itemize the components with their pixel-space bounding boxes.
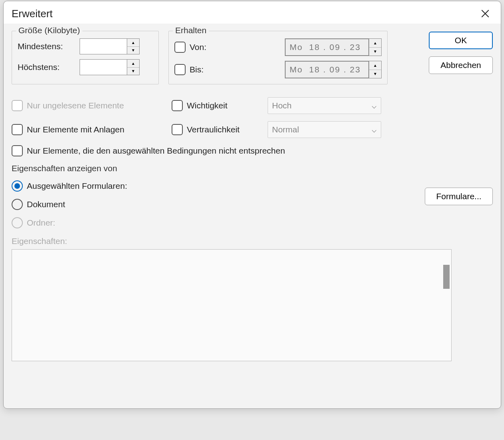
confidentiality-value: Normal (272, 125, 299, 134)
radio-folder (12, 217, 23, 228)
scrollbar[interactable] (441, 250, 450, 360)
importance-value: Hoch (272, 101, 292, 110)
scrollbar-thumb[interactable] (443, 265, 450, 289)
from-label: Von: (190, 42, 206, 52)
attachments-checkbox[interactable] (12, 124, 23, 135)
max-size-input[interactable] (80, 59, 127, 75)
properties-heading: Eigenschaften anzeigen von (12, 164, 493, 173)
confidentiality-checkbox[interactable] (172, 124, 183, 135)
size-group-legend: Größe (Kilobyte) (16, 26, 82, 35)
from-checkbox[interactable] (174, 42, 186, 53)
size-group: Größe (Kilobyte) Mindestens: ▲ ▼ Höchste… (12, 31, 159, 84)
properties-listbox[interactable] (12, 249, 452, 361)
max-size-up[interactable]: ▲ (127, 60, 139, 68)
min-size-down[interactable]: ▼ (127, 47, 139, 54)
radio-document[interactable] (12, 199, 23, 210)
importance-label: Wichtigkeit (187, 101, 228, 110)
max-size-down[interactable]: ▼ (127, 68, 139, 75)
close-icon (481, 10, 489, 18)
receive-group: Erhalten Von: ▲ ▼ Bis: (168, 31, 388, 84)
to-date-up[interactable]: ▲ (369, 61, 381, 70)
unread-label: Nur ungelesene Elemente (27, 101, 124, 110)
dialog-content: OK Abbrechen Größe (Kilobyte) Mindestens… (4, 24, 501, 369)
max-size-label: Höchstens: (18, 62, 80, 72)
to-date-down[interactable]: ▼ (369, 70, 381, 78)
advanced-dialog: Erweitert OK Abbrechen Größe (Kilobyte) … (3, 1, 501, 409)
chevron-down-icon: ⌵ (372, 125, 377, 134)
attachments-label: Nur Elemente mit Anlagen (27, 125, 124, 134)
min-size-spinner: ▲ ▼ (80, 38, 144, 54)
cancel-button[interactable]: Abbrechen (429, 56, 493, 74)
from-date-input[interactable] (285, 38, 369, 56)
to-date-input[interactable] (285, 61, 369, 78)
radio-document-label: Dokument (27, 200, 65, 209)
forms-button[interactable]: Formulare... (425, 188, 493, 205)
radio-selected-forms-label: Ausgewählten Formularen: (27, 181, 127, 191)
titlebar: Erweitert (4, 1, 501, 24)
radio-folder-label: Ordner: (27, 218, 55, 228)
importance-select[interactable]: Hoch ⌵ (268, 97, 381, 114)
min-size-label: Mindestens: (18, 42, 80, 51)
from-date-down[interactable]: ▼ (369, 48, 381, 56)
not-match-label: Nur Elemente, die den ausgewählten Bedin… (27, 146, 285, 156)
dialog-action-buttons: OK Abbrechen (429, 32, 493, 74)
min-size-up[interactable]: ▲ (127, 39, 139, 47)
dialog-title: Erweitert (12, 8, 53, 20)
not-match-checkbox[interactable] (12, 145, 23, 156)
to-label: Bis: (190, 65, 204, 74)
ok-button[interactable]: OK (429, 32, 493, 49)
confidentiality-select[interactable]: Normal ⌵ (268, 121, 381, 138)
properties-label: Eigenschaften: (12, 236, 493, 246)
confidentiality-label: Vertraulichkeit (187, 125, 240, 134)
from-date-up[interactable]: ▲ (369, 39, 381, 48)
unread-checkbox (12, 100, 23, 111)
min-size-input[interactable] (80, 38, 127, 54)
to-checkbox[interactable] (174, 64, 186, 75)
close-button[interactable] (478, 7, 492, 20)
radio-selected-forms[interactable] (12, 180, 23, 192)
max-size-spinner: ▲ ▼ (80, 59, 144, 75)
receive-group-legend: Erhalten (173, 26, 209, 35)
importance-checkbox[interactable] (172, 100, 183, 111)
chevron-down-icon: ⌵ (372, 101, 377, 110)
